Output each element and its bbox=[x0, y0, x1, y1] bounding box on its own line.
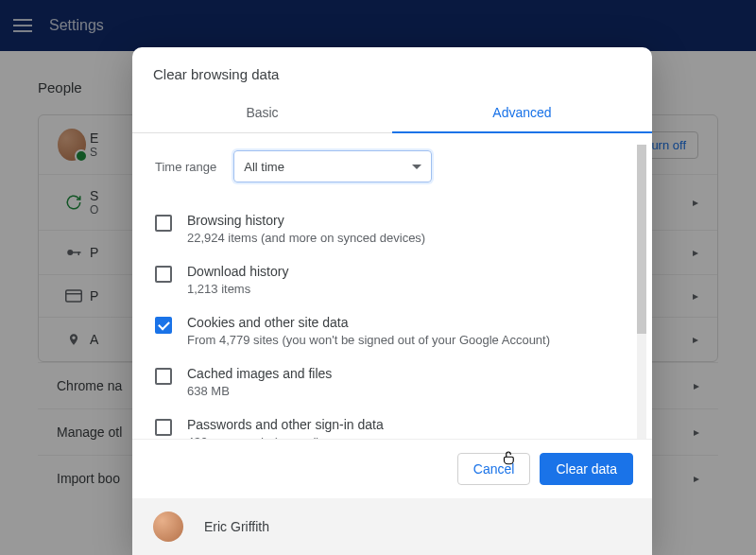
clear-data-button[interactable]: Clear data bbox=[540, 453, 633, 485]
option-title: Cached images and files bbox=[187, 366, 332, 381]
option-cookies[interactable]: Cookies and other site data From 4,779 s… bbox=[155, 305, 629, 356]
option-title: Cookies and other site data bbox=[187, 315, 550, 330]
option-cached-images[interactable]: Cached images and files 638 MB bbox=[155, 356, 629, 408]
option-title: Passwords and other sign-in data bbox=[187, 417, 384, 432]
checkbox[interactable] bbox=[155, 419, 172, 436]
dialog-footer: Cancel Clear data bbox=[132, 439, 652, 498]
dialog-user-row[interactable]: Eric Griffith bbox=[132, 498, 652, 555]
option-sub: 430 passwords (synced) bbox=[187, 435, 384, 439]
scroll-thumb[interactable] bbox=[637, 145, 646, 334]
option-sub: 22,924 items (and more on synced devices… bbox=[187, 231, 425, 245]
clear-options-list: Browsing history 22,924 items (and more … bbox=[155, 203, 629, 439]
avatar bbox=[153, 512, 183, 542]
cancel-button[interactable]: Cancel bbox=[457, 453, 531, 485]
checkbox[interactable] bbox=[155, 266, 172, 283]
dialog-tabs: Basic Advanced bbox=[132, 95, 652, 133]
option-download-history[interactable]: Download history 1,213 items bbox=[155, 254, 629, 305]
option-sub: 638 MB bbox=[187, 384, 332, 398]
time-range-row: Time range All time bbox=[155, 150, 629, 182]
time-range-value: All time bbox=[244, 160, 284, 174]
checkbox[interactable] bbox=[155, 368, 172, 385]
checkbox[interactable] bbox=[155, 215, 172, 232]
dialog-body: ▲ ▼ Time range All time Browsing history… bbox=[132, 133, 652, 439]
option-title: Browsing history bbox=[187, 213, 425, 228]
option-sub: From 4,779 sites (you won't be signed ou… bbox=[187, 333, 550, 347]
time-range-label: Time range bbox=[155, 160, 216, 174]
chevron-down-icon bbox=[412, 165, 421, 169]
checkbox[interactable] bbox=[155, 317, 172, 334]
clear-browsing-data-dialog: Clear browsing data Basic Advanced ▲ ▼ T… bbox=[132, 47, 652, 555]
time-range-select[interactable]: All time bbox=[233, 150, 432, 182]
tab-basic[interactable]: Basic bbox=[132, 95, 392, 133]
option-title: Download history bbox=[187, 264, 288, 279]
option-passwords[interactable]: Passwords and other sign-in data 430 pas… bbox=[155, 408, 629, 439]
dialog-title: Clear browsing data bbox=[132, 47, 652, 95]
user-name: Eric Griffith bbox=[204, 519, 269, 534]
option-sub: 1,213 items bbox=[187, 282, 288, 296]
tab-advanced[interactable]: Advanced bbox=[392, 95, 652, 133]
option-browsing-history[interactable]: Browsing history 22,924 items (and more … bbox=[155, 203, 629, 254]
scrollbar[interactable]: ▲ ▼ bbox=[637, 145, 646, 439]
